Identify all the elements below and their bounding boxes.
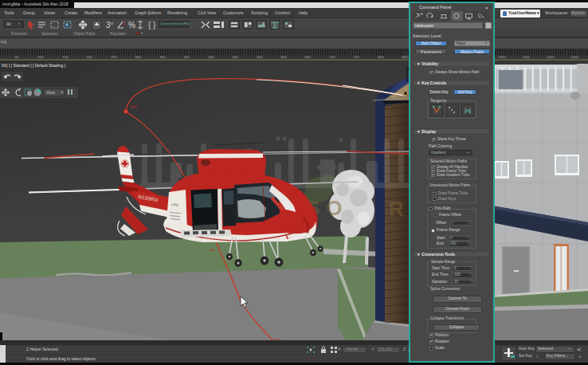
svg-text:2: 2 <box>123 21 126 26</box>
svg-text:View: View <box>46 90 55 95</box>
svg-text:%: % <box>128 21 135 29</box>
svg-text:LIFE: LIFE <box>171 202 179 207</box>
svg-text:697: 697 <box>131 104 138 109</box>
svg-text:{ }: { } <box>148 21 156 29</box>
svg-text:846: 846 <box>210 248 215 252</box>
svg-text:o: o <box>111 20 113 25</box>
